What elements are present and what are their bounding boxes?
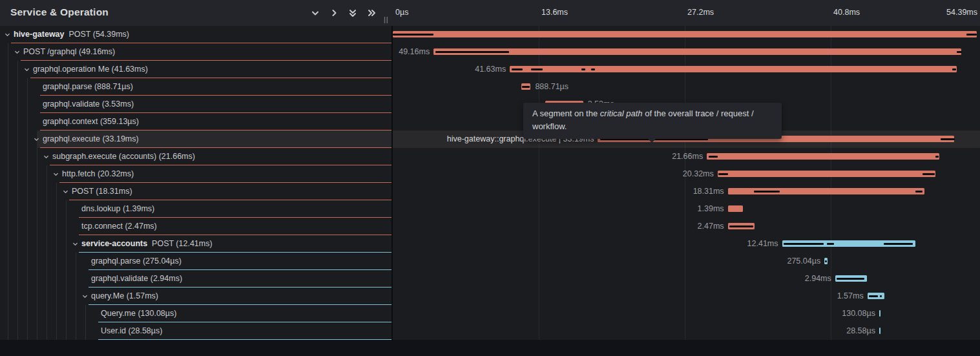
span-duration-bar[interactable] (510, 66, 957, 72)
critical-path-segment (880, 295, 882, 297)
panel-divider[interactable] (391, 0, 393, 340)
span-row[interactable]: graphql.parse (888.71µs)888.71µs (0, 78, 980, 96)
indent-guide (8, 61, 8, 78)
indent-guide (76, 270, 76, 288)
span-row[interactable]: subgraph.execute (accounts) (21.66ms)21.… (0, 148, 980, 165)
span-row[interactable]: graphql.validate (2.94ms)2.94ms (0, 270, 980, 288)
indent-guide (66, 218, 67, 235)
critical-path-segment (957, 51, 961, 53)
span-row[interactable]: User.id (28.58µs)28.58µs (0, 322, 980, 340)
collapse-chevron-icon[interactable] (23, 66, 30, 73)
span-duration-label: 888.71µs (535, 82, 568, 91)
span-duration-label: 2.94ms (805, 274, 831, 283)
span-row[interactable]: graphql.parse (275.04µs)275.04µs (0, 253, 980, 270)
indent-guide (17, 218, 18, 235)
indent-guide (66, 253, 67, 270)
span-row[interactable]: POST /graphql (49.16ms)49.16ms (0, 43, 980, 61)
indent-guide (66, 235, 67, 253)
critical-path-segment (591, 68, 595, 70)
collapse-chevron-icon[interactable] (81, 293, 89, 300)
span-name-label: graphql.context (359.13µs) (43, 117, 139, 126)
span-duration-bar[interactable] (393, 31, 977, 37)
critical-path-segment (784, 243, 824, 245)
indent-guide (27, 131, 28, 148)
span-duration-label: 130.08µs (842, 309, 875, 318)
span-row[interactable]: dns.lookup (1.39ms)1.39ms (0, 200, 980, 218)
indent-guide (56, 235, 57, 253)
indent-guide (27, 148, 28, 165)
span-duration-bar[interactable] (718, 171, 936, 177)
span-row[interactable]: POST (18.31ms)18.31ms (0, 183, 980, 200)
indent-guide (37, 183, 37, 200)
indent-guide (17, 270, 18, 288)
indent-guide (8, 288, 8, 305)
span-row[interactable]: tcp.connect (2.47ms)2.47ms (0, 218, 980, 235)
span-duration-bar[interactable] (879, 310, 881, 317)
indent-guide (8, 200, 8, 218)
indent-guide (66, 305, 67, 322)
span-duration-bar[interactable] (433, 48, 961, 55)
indent-guide (37, 218, 37, 235)
span-duration-bar[interactable] (707, 153, 939, 160)
service-name: service-accounts (81, 239, 147, 248)
collapse-chevron-icon[interactable] (33, 136, 40, 143)
collapse-chevron-icon[interactable] (62, 188, 69, 195)
indent-guide (47, 288, 47, 305)
span-row[interactable]: query.Me (1.57ms)1.57ms (0, 288, 980, 305)
indent-guide (56, 253, 57, 270)
span-row[interactable]: http.fetch (20.32ms)20.32ms (0, 165, 980, 183)
span-row[interactable]: Query.me (130.08µs)130.08µs (0, 305, 980, 322)
critical-path-segment (952, 68, 956, 70)
indent-guide (76, 288, 76, 305)
span-name-label: graphql.execute (33.19ms) (43, 134, 139, 143)
span-name-label: service-accounts POST (12.41ms) (81, 239, 213, 248)
span-row[interactable]: graphql.operation Me (41.63ms)41.63ms (0, 61, 980, 78)
indent-guide (66, 270, 67, 288)
span-row[interactable]: service-accounts POST (12.41ms)12.41ms (0, 235, 980, 253)
collapse-chevron-icon[interactable] (43, 153, 50, 160)
indent-guide (8, 96, 8, 113)
indent-guide (17, 288, 18, 305)
indent-guide (47, 183, 47, 200)
indent-guide (85, 305, 86, 322)
indent-guide (37, 322, 37, 340)
indent-guide (27, 165, 28, 183)
indent-guide (17, 235, 18, 253)
critical-path-segment (825, 260, 827, 262)
indent-guide (8, 253, 8, 270)
collapse-chevron-icon[interactable] (72, 240, 79, 247)
span-duration-bar[interactable] (728, 205, 743, 212)
critical-path-segment (935, 156, 938, 158)
collapse-chevron-icon[interactable] (14, 48, 21, 56)
critical-path-segment (941, 138, 955, 140)
indent-guide (8, 165, 8, 183)
span-row[interactable]: graphql.execute (33.19ms)hive-gateway::g… (0, 131, 980, 148)
indent-guide (27, 96, 28, 113)
critical-path-segment (869, 295, 878, 297)
critical-path-segment (581, 68, 586, 70)
tick-label: 13.6ms (541, 8, 568, 17)
indent-guide (56, 218, 57, 235)
tick-label: 40.8ms (833, 8, 860, 17)
span-duration-label: 2.47ms (698, 222, 724, 231)
service-name: hive-gateway (14, 30, 65, 39)
span-row[interactable]: graphql.context (359.13µs)359.13µs (0, 113, 980, 131)
span-rows: hive-gateway POST (54.39ms)POST /graphql… (0, 26, 980, 340)
span-row[interactable]: hive-gateway POST (54.39ms) (0, 26, 980, 43)
span-name-label: graphql.parse (275.04µs) (91, 257, 182, 266)
span-duration-bar[interactable] (879, 328, 881, 334)
collapse-chevron-icon[interactable] (52, 171, 59, 178)
indent-guide (17, 200, 18, 218)
timeline-ticks: 0µs13.6ms27.2ms40.8ms54.39ms (0, 0, 980, 26)
span-name-label: graphql.operation Me (41.63ms) (33, 65, 148, 74)
span-name-label: dns.lookup (1.39ms) (81, 204, 154, 213)
critical-path-segment (729, 225, 753, 227)
indent-guide (37, 235, 37, 253)
collapse-chevron-icon[interactable] (4, 31, 11, 38)
indent-guide (37, 305, 37, 322)
span-row[interactable]: graphql.validate (3.53ms)3.53ms (0, 96, 980, 113)
indent-guide (8, 113, 8, 131)
indent-guide (37, 288, 37, 305)
indent-guide (47, 200, 47, 218)
indent-guide (17, 305, 18, 322)
